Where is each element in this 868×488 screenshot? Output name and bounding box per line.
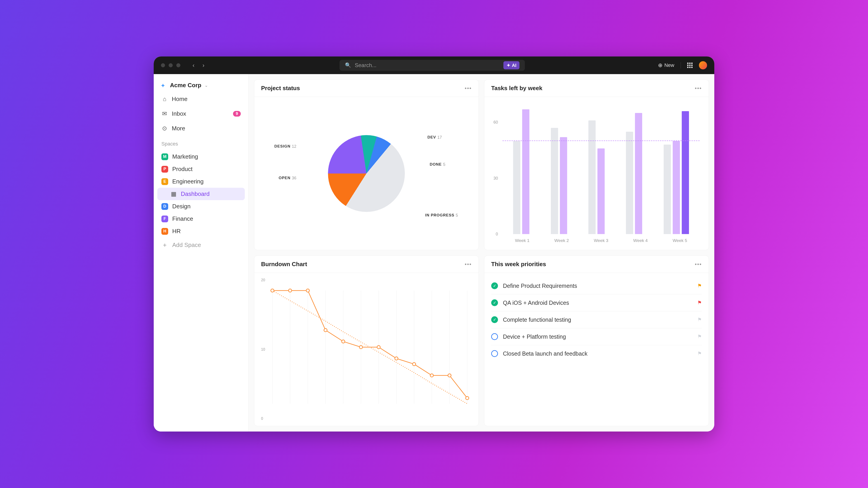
card-title: Tasks left by week xyxy=(491,85,542,92)
maximize-window-icon[interactable] xyxy=(176,63,180,67)
svg-point-15 xyxy=(324,328,327,332)
bar xyxy=(588,121,596,234)
bar-plot-area xyxy=(502,104,700,234)
bar-group xyxy=(551,104,567,234)
card-project-status: Project status ••• DEV 17DONE 5IN PROGRE… xyxy=(254,79,479,250)
priority-text: QA iOS + Android Devices xyxy=(503,300,692,306)
card-burndown: Burndown Chart ••• 01020 xyxy=(254,256,479,426)
flag-icon[interactable]: ⚑ xyxy=(698,317,702,323)
priority-text: Closed Beta launch and feedback xyxy=(503,350,692,357)
space-label: Finance xyxy=(172,215,193,222)
card-menu-button[interactable]: ••• xyxy=(695,85,702,92)
workspace-selector[interactable]: Acme Corp ⌄ xyxy=(157,79,245,91)
nav-forward-button[interactable]: › xyxy=(200,62,207,69)
svg-point-20 xyxy=(412,363,416,366)
sidebar-space-engineering[interactable]: EEngineering xyxy=(157,175,245,188)
new-button[interactable]: New xyxy=(658,62,674,68)
check-open-icon[interactable] xyxy=(491,333,498,340)
y-tick: 0 xyxy=(261,417,263,421)
priority-item[interactable]: Device + Platform testing⚑ xyxy=(491,328,702,345)
dashboard-icon: ▦ xyxy=(170,191,177,197)
space-label: Product xyxy=(172,166,193,173)
close-window-icon[interactable] xyxy=(161,63,165,67)
check-open-icon[interactable] xyxy=(491,350,498,357)
priority-item[interactable]: ✓Complete functional testing⚑ xyxy=(491,311,702,328)
sidebar-space-product[interactable]: PProduct xyxy=(157,163,245,175)
y-tick: 30 xyxy=(493,176,498,181)
flag-icon[interactable]: ⚑ xyxy=(698,351,702,357)
svg-point-22 xyxy=(448,374,451,377)
check-done-icon[interactable]: ✓ xyxy=(491,299,498,306)
card-header: Burndown Chart ••• xyxy=(254,256,478,273)
priority-item[interactable]: ✓QA iOS + Android Devices⚑ xyxy=(491,294,702,311)
sidebar-space-marketing[interactable]: MMarketing xyxy=(157,151,245,163)
sidebar-item-more[interactable]: ⊙ More xyxy=(157,122,245,135)
check-done-icon[interactable]: ✓ xyxy=(491,283,498,289)
pie-label-dev: DEV 17 xyxy=(428,135,442,140)
sidebar-space-hr[interactable]: HHR xyxy=(157,225,245,237)
flag-icon[interactable]: ⚑ xyxy=(698,334,702,339)
search-wrap: 🔍 Search... ✦ AI xyxy=(212,60,653,71)
priority-text: Complete functional testing xyxy=(503,317,692,323)
y-axis: 03060 xyxy=(489,104,500,234)
card-menu-button[interactable]: ••• xyxy=(695,261,702,267)
nav-label: Home xyxy=(172,96,187,103)
search-input[interactable]: 🔍 Search... ✦ AI xyxy=(340,60,525,71)
window-controls[interactable] xyxy=(161,63,180,67)
add-space-button[interactable]: + Add Space xyxy=(157,239,245,251)
svg-point-18 xyxy=(377,346,380,349)
pie-label-design: DESIGN 12 xyxy=(274,144,296,149)
priority-item[interactable]: ✓Define Product Requirements⚑ xyxy=(491,278,702,294)
card-body: DEV 17DONE 5IN PROGRESS 5OPEN 36DESIGN 1… xyxy=(254,97,478,250)
x-axis: Week 1Week 2Week 3Week 4Week 5 xyxy=(502,238,700,243)
flag-icon[interactable]: ⚑ xyxy=(698,300,702,306)
priority-item[interactable]: Closed Beta launch and feedback⚑ xyxy=(491,345,702,362)
nav-back-button[interactable]: ‹ xyxy=(190,62,197,69)
search-icon: 🔍 xyxy=(345,62,351,68)
svg-point-21 xyxy=(430,374,433,377)
space-badge: P xyxy=(161,166,168,173)
space-badge: D xyxy=(161,203,168,210)
ai-label: AI xyxy=(512,63,516,68)
bar-chart: 03060 Week 1Week 2Week 3Week 4Week 5 xyxy=(489,101,704,246)
card-priorities: This week priorities ••• ✓Define Product… xyxy=(484,256,709,426)
sidebar-space-finance[interactable]: FFinance xyxy=(157,213,245,225)
line-svg xyxy=(270,280,469,415)
flag-icon[interactable]: ⚑ xyxy=(698,283,702,289)
ai-badge[interactable]: ✦ AI xyxy=(503,61,520,69)
apps-grid-icon[interactable] xyxy=(687,63,692,68)
bar xyxy=(513,141,520,234)
card-title: Project status xyxy=(261,85,300,92)
check-done-icon[interactable]: ✓ xyxy=(491,316,498,323)
minimize-window-icon[interactable] xyxy=(168,63,173,67)
main-content: Project status ••• DEV 17DONE 5IN PROGRE… xyxy=(249,74,714,431)
priority-text: Device + Platform testing xyxy=(503,333,692,340)
svg-point-19 xyxy=(395,357,398,360)
pie xyxy=(328,135,405,212)
card-tasks-left: Tasks left by week ••• 03060 Week 1Week … xyxy=(484,79,709,250)
svg-point-23 xyxy=(466,396,469,400)
svg-point-14 xyxy=(306,289,309,292)
titlebar-right: New xyxy=(658,61,707,69)
sidebar-item-home[interactable]: ⌂ Home xyxy=(157,92,245,106)
workspace-logo-icon xyxy=(160,82,167,89)
sidebar-space-design[interactable]: DDesign xyxy=(157,200,245,213)
sidebar-space-dashboard[interactable]: ▦Dashboard xyxy=(157,188,245,200)
x-tick: Week 1 xyxy=(515,238,529,243)
card-header: This week priorities ••• xyxy=(485,256,709,273)
avatar[interactable] xyxy=(699,61,707,69)
bar xyxy=(664,144,671,234)
bar-group xyxy=(588,104,604,234)
bar-groups xyxy=(502,104,700,234)
card-menu-button[interactable]: ••• xyxy=(465,85,472,92)
workspace-name: Acme Corp xyxy=(170,82,202,89)
svg-point-16 xyxy=(342,340,345,343)
pie-label-done: DONE 5 xyxy=(430,162,445,167)
card-title: Burndown Chart xyxy=(261,261,307,268)
card-menu-button[interactable]: ••• xyxy=(465,261,472,267)
nav-arrows: ‹ › xyxy=(190,62,207,69)
inbox-badge: 9 xyxy=(233,111,241,117)
bar xyxy=(682,111,689,234)
nav-label: Inbox xyxy=(172,110,186,117)
sidebar-item-inbox[interactable]: ✉ Inbox 9 xyxy=(157,107,245,121)
